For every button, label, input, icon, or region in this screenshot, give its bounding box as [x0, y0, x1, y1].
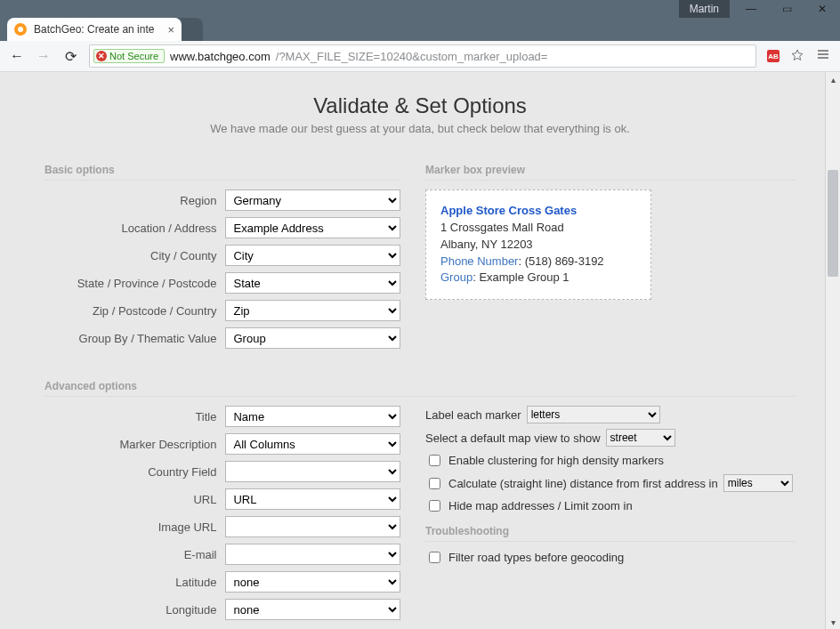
not-secure-icon: ✕	[96, 51, 107, 61]
section-troubleshooting: Troubleshooting	[425, 525, 796, 542]
tab-batchgeo[interactable]: BatchGeo: Create an inte ×	[7, 18, 182, 41]
favicon-icon	[14, 23, 27, 36]
section-marker-preview: Marker box preview	[425, 164, 796, 181]
address-bar[interactable]: ✕ Not Secure www.batchgeo.com/?MAX_FILE_…	[89, 44, 756, 68]
col-advanced-right: Label each marker letters Select a defau…	[425, 406, 796, 626]
select-label-each-marker[interactable]: letters	[527, 406, 660, 423]
select-country-field[interactable]	[225, 461, 400, 482]
window-titlebar: Martin — ▭ ✕	[0, 0, 840, 18]
scroll-up-icon[interactable]: ▴	[826, 72, 840, 86]
scrollbar[interactable]: ▴ ▾	[825, 72, 840, 629]
label-country-field: Country Field	[44, 465, 225, 479]
select-state[interactable]: State	[225, 272, 400, 294]
label-email: E-mail	[44, 548, 225, 561]
page-viewport: Validate & Set Options We have made our …	[0, 72, 840, 629]
select-region[interactable]: Germany	[225, 190, 400, 211]
svg-rect-0	[818, 50, 828, 51]
label-default-map-view: Select a default map view to show	[425, 431, 601, 445]
label-hide-map-addresses: Hide map addresses / Limit zoom in	[448, 499, 633, 512]
select-distance-units[interactable]: miles	[723, 474, 793, 492]
checkbox-distance[interactable]	[429, 478, 440, 489]
select-city[interactable]: City	[225, 245, 400, 266]
page: Validate & Set Options We have made our …	[0, 72, 840, 629]
select-image-url[interactable]	[225, 516, 400, 537]
extension-ab-icon[interactable]: AB	[767, 50, 779, 62]
window-close-button[interactable]: ✕	[804, 0, 840, 18]
browser-menu-button[interactable]	[815, 47, 831, 65]
tab-strip: BatchGeo: Create an inte ×	[0, 18, 840, 41]
user-chip[interactable]: Martin	[679, 0, 730, 18]
col-preview: Marker box preview Apple Store Cross Gat…	[425, 164, 796, 355]
url-host: www.batchgeo.com	[170, 50, 271, 63]
select-latitude[interactable]: none	[225, 571, 400, 593]
tab-close-icon[interactable]: ×	[167, 23, 174, 36]
new-tab-button[interactable]	[178, 18, 203, 41]
svg-rect-1	[818, 53, 828, 54]
preview-phone-label: Phone Number	[440, 254, 518, 268]
select-group[interactable]: Group	[225, 327, 400, 349]
label-label-each-marker: Label each marker	[425, 408, 521, 422]
row-advanced: Title Name Marker Description All Column…	[44, 406, 796, 626]
preview-address-line2: Albany, NY 12203	[440, 238, 533, 251]
label-latitude: Latitude	[44, 576, 225, 589]
url-path: /?MAX_FILE_SIZE=10240&custom_marker_uplo…	[276, 50, 548, 63]
select-url[interactable]: URL	[225, 488, 400, 510]
label-distance: Calculate (straight line) distance from …	[448, 477, 718, 490]
label-title: Title	[44, 410, 225, 423]
scroll-down-icon[interactable]: ▾	[826, 615, 840, 629]
window-minimize-button[interactable]: —	[733, 0, 769, 18]
label-marker-description: Marker Description	[44, 438, 225, 451]
section-advanced-options: Advanced options	[44, 380, 796, 397]
marker-preview-box: Apple Store Cross Gates 1 Crossgates Mal…	[425, 190, 651, 300]
col-advanced-left: Title Name Marker Description All Column…	[44, 406, 400, 626]
checkbox-enable-clustering[interactable]	[429, 455, 440, 466]
checkbox-filter-road-types[interactable]	[429, 552, 440, 563]
tab-title: BatchGeo: Create an inte	[34, 23, 160, 36]
label-location: Location / Address	[44, 222, 225, 235]
label-filter-road-types: Filter road types before geocoding	[448, 551, 624, 564]
label-longitude: Longitude	[44, 603, 225, 617]
page-title: Validate & Set Options	[44, 93, 796, 118]
browser-window: Martin — ▭ ✕ BatchGeo: Create an inte × …	[0, 0, 840, 629]
label-image-url: Image URL	[44, 520, 225, 534]
nav-forward-button[interactable]: →	[36, 48, 52, 64]
browser-toolbar: ← → ⟳ ✕ Not Secure www.batchgeo.com/?MAX…	[0, 41, 840, 72]
reload-button[interactable]: ⟳	[62, 48, 78, 65]
preview-group-value: Example Group 1	[479, 270, 569, 284]
checkbox-hide-map-addresses[interactable]	[429, 500, 440, 512]
label-enable-clustering: Enable clustering for high density marke…	[448, 454, 664, 467]
preview-title-link[interactable]: Apple Store Cross Gates	[440, 204, 577, 217]
preview-phone-value: (518) 869-3192	[525, 254, 604, 268]
security-chip[interactable]: ✕ Not Secure	[93, 49, 165, 63]
row-basic: Basic options Region Germany Location / …	[44, 164, 796, 355]
col-basic-options: Basic options Region Germany Location / …	[44, 164, 400, 355]
select-location[interactable]: Example Address	[225, 217, 400, 238]
nav-back-button[interactable]: ←	[9, 48, 25, 64]
bookmark-star-icon[interactable]	[790, 48, 804, 65]
page-subtitle: We have made our best guess at your data…	[44, 122, 796, 135]
label-region: Region	[44, 194, 225, 207]
window-maximize-button[interactable]: ▭	[769, 0, 804, 18]
select-default-map-view[interactable]: street	[606, 429, 675, 447]
label-zip: Zip / Postcode / Country	[44, 304, 225, 318]
select-title[interactable]: Name	[225, 406, 400, 427]
label-state: State / Province / Postcode	[44, 277, 225, 290]
label-group: Group By / Thematic Value	[44, 332, 225, 345]
preview-address-line1: 1 Crossgates Mall Road	[440, 221, 564, 234]
preview-group-label: Group	[440, 270, 472, 284]
select-zip[interactable]: Zip	[225, 300, 400, 321]
select-marker-description[interactable]: All Columns	[225, 433, 400, 455]
select-longitude[interactable]: none	[225, 599, 400, 620]
section-basic-options: Basic options	[44, 164, 400, 181]
svg-rect-2	[818, 57, 828, 58]
label-city: City / County	[44, 249, 225, 262]
label-url: URL	[44, 493, 225, 506]
security-label: Not Secure	[109, 51, 158, 61]
select-email[interactable]	[225, 544, 400, 565]
scroll-thumb[interactable]	[828, 170, 838, 277]
